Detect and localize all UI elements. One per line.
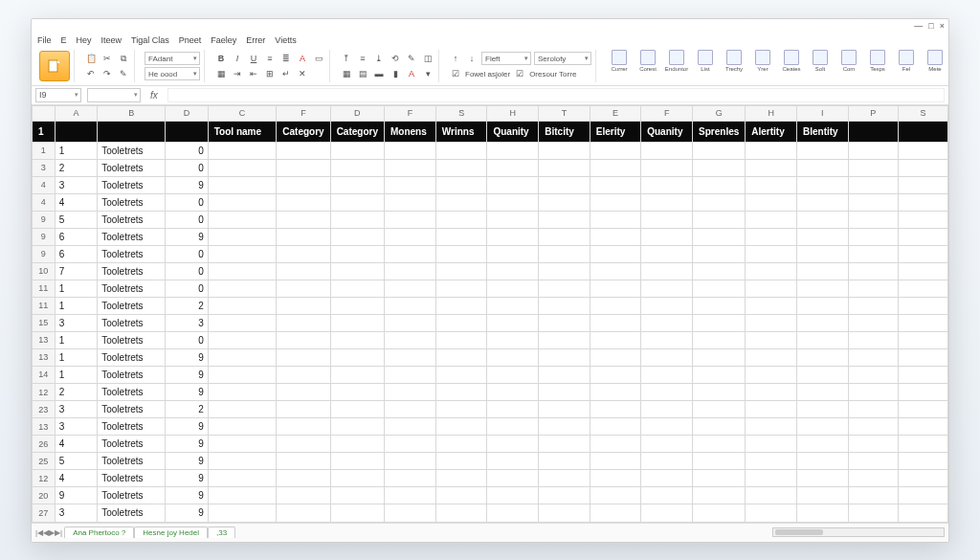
cell[interactable]: Tooletrets (98, 453, 166, 470)
cell[interactable] (277, 504, 330, 522)
cell[interactable]: Tooletrets (98, 314, 166, 331)
cell[interactable] (590, 401, 640, 418)
cell[interactable] (590, 487, 640, 504)
cell[interactable] (693, 262, 746, 280)
cell[interactable] (208, 228, 277, 245)
cell[interactable] (693, 159, 746, 176)
row-header[interactable]: 1 (33, 142, 56, 159)
bold-icon[interactable]: B (214, 52, 228, 65)
cell[interactable] (208, 193, 277, 211)
cell[interactable] (277, 159, 330, 176)
cell[interactable] (487, 504, 539, 522)
cell[interactable] (693, 504, 746, 522)
cell[interactable] (641, 436, 693, 453)
cell[interactable]: 5 (55, 211, 97, 228)
cell[interactable] (641, 142, 693, 159)
cell[interactable] (848, 211, 898, 228)
cell[interactable] (590, 228, 640, 245)
ribbon-trechy-button[interactable]: Trechy (721, 50, 747, 72)
cell[interactable] (590, 383, 640, 400)
cell[interactable] (330, 159, 384, 176)
cell[interactable] (796, 401, 848, 418)
cell[interactable] (641, 453, 693, 470)
cell[interactable]: Tooletrets (98, 176, 166, 193)
cell[interactable] (746, 383, 797, 400)
cell[interactable] (693, 348, 746, 366)
cell[interactable]: Tooletrets (98, 193, 166, 211)
cell[interactable] (208, 366, 277, 383)
row-header[interactable]: 4 (33, 176, 56, 193)
cell[interactable] (796, 470, 848, 487)
cell[interactable] (848, 331, 898, 348)
paste-icon[interactable]: 📋 (84, 52, 98, 65)
cell[interactable] (487, 280, 539, 297)
cell[interactable] (746, 142, 797, 159)
cell[interactable] (848, 176, 898, 193)
cell[interactable] (487, 401, 539, 418)
row-header[interactable]: 25 (33, 453, 56, 470)
style-select[interactable]: He oood (145, 67, 200, 80)
cell[interactable] (693, 470, 746, 487)
cell[interactable] (848, 159, 898, 176)
cell[interactable] (848, 453, 898, 470)
row-header[interactable]: 3 (33, 159, 56, 176)
cell[interactable] (746, 436, 797, 453)
cell[interactable] (487, 228, 539, 245)
cell[interactable] (796, 348, 848, 366)
cell[interactable] (330, 470, 384, 487)
cell[interactable] (487, 470, 539, 487)
cell[interactable] (539, 383, 590, 400)
cell[interactable] (330, 504, 384, 522)
cell[interactable] (277, 314, 330, 331)
cell[interactable]: Tooletrets (98, 297, 166, 314)
font-select[interactable]: FAdant (145, 52, 200, 65)
cell[interactable] (384, 453, 435, 470)
cell[interactable] (641, 383, 693, 400)
cell[interactable]: 5 (55, 453, 97, 470)
cell[interactable] (898, 142, 947, 159)
undo-icon[interactable]: ↶ (84, 67, 98, 80)
cell[interactable] (487, 193, 539, 211)
cell[interactable] (590, 142, 640, 159)
row-header[interactable]: 9 (33, 228, 56, 245)
cell[interactable]: 3 (55, 418, 97, 436)
ribbon-mete-button[interactable]: Mete (922, 50, 948, 72)
row-header[interactable]: 14 (33, 366, 56, 383)
cell[interactable] (330, 297, 384, 314)
cell[interactable] (693, 280, 746, 297)
cell[interactable]: Tooletrets (98, 418, 166, 436)
cell[interactable]: 3 (166, 314, 209, 331)
menu-tigal clas[interactable]: Tigal Clas (131, 35, 169, 45)
cell[interactable] (693, 211, 746, 228)
cell[interactable]: 3 (55, 314, 97, 331)
cell[interactable] (435, 418, 487, 436)
cell[interactable] (487, 453, 539, 470)
cell[interactable]: 7 (55, 262, 97, 280)
cell[interactable] (539, 159, 590, 176)
cell[interactable] (539, 436, 590, 453)
cell[interactable] (330, 314, 384, 331)
cell[interactable] (539, 504, 590, 522)
cell[interactable] (539, 314, 590, 331)
formula-input[interactable] (167, 88, 945, 102)
italic-icon[interactable]: I (231, 52, 244, 65)
ribbon-com-button[interactable]: Com (835, 50, 862, 72)
cell[interactable] (330, 418, 384, 436)
cell[interactable] (898, 383, 947, 400)
cell[interactable] (898, 504, 947, 522)
cell[interactable] (330, 193, 384, 211)
underline-icon[interactable]: U (247, 52, 260, 65)
cell[interactable]: 6 (55, 228, 97, 245)
col-header-13[interactable]: H (746, 105, 797, 121)
cell[interactable] (590, 193, 640, 211)
cell[interactable]: 2 (55, 383, 97, 400)
name-box[interactable]: I9 (35, 88, 81, 102)
cell[interactable] (898, 245, 947, 262)
cell[interactable] (641, 262, 693, 280)
cell[interactable] (384, 262, 435, 280)
cell[interactable] (330, 331, 384, 348)
cell[interactable] (898, 297, 947, 314)
cell[interactable]: Tooletrets (98, 142, 166, 159)
sheet-tab[interactable]: ,33 (208, 526, 235, 538)
row-header[interactable]: 1 (33, 121, 56, 142)
